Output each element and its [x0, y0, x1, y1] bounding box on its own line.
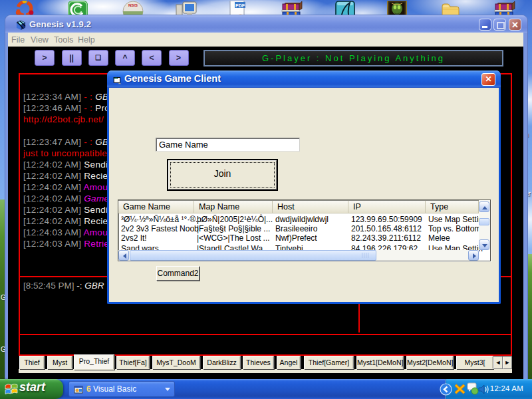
svg-text:NSIS: NSIS [128, 3, 138, 7]
svg-text:PDF: PDF [235, 3, 245, 8]
